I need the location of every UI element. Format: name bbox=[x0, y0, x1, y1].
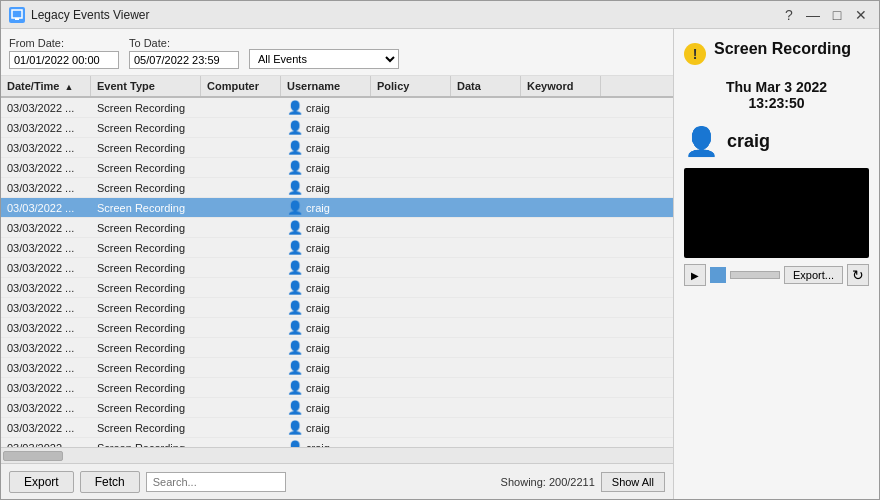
detail-username: craig bbox=[727, 131, 770, 152]
col-header-username[interactable]: Username bbox=[281, 76, 371, 96]
col-header-data[interactable]: Data bbox=[451, 76, 521, 96]
user-icon: 👤 bbox=[287, 280, 303, 295]
cell-eventtype: Screen Recording bbox=[91, 140, 201, 156]
cell-data bbox=[451, 246, 521, 250]
cell-eventtype: Screen Recording bbox=[91, 260, 201, 276]
table-row[interactable]: 03/03/2022 ... Screen Recording 👤 craig bbox=[1, 138, 673, 158]
col-header-eventtype[interactable]: Event Type bbox=[91, 76, 201, 96]
cell-data bbox=[451, 386, 521, 390]
from-date-input[interactable] bbox=[9, 51, 119, 69]
close-button[interactable]: ✕ bbox=[851, 5, 871, 25]
cell-computer bbox=[201, 226, 281, 230]
maximize-button[interactable]: □ bbox=[827, 5, 847, 25]
cell-computer bbox=[201, 306, 281, 310]
play-button[interactable]: ▶ bbox=[684, 264, 706, 286]
bottom-bar: Export Fetch Showing: 200/2211 Show All bbox=[1, 463, 673, 499]
table-row[interactable]: 03/03/2022 ... Screen Recording 👤 craig bbox=[1, 278, 673, 298]
to-date-input[interactable] bbox=[129, 51, 239, 69]
cell-datetime: 03/03/2022 ... bbox=[1, 300, 91, 316]
detail-user-row: 👤 craig bbox=[684, 121, 869, 162]
cell-username: 👤 craig bbox=[281, 158, 371, 177]
col-header-computer[interactable]: Computer bbox=[201, 76, 281, 96]
cell-data bbox=[451, 266, 521, 270]
table-body[interactable]: 03/03/2022 ... Screen Recording 👤 craig … bbox=[1, 98, 673, 447]
cell-username: 👤 craig bbox=[281, 278, 371, 297]
table-row[interactable]: 03/03/2022 ... Screen Recording 👤 craig bbox=[1, 418, 673, 438]
table-row[interactable]: 03/03/2022 ... Screen Recording 👤 craig bbox=[1, 438, 673, 447]
cell-policy bbox=[371, 326, 451, 330]
detail-export-button[interactable]: Export... bbox=[784, 266, 843, 284]
user-icon: 👤 bbox=[287, 300, 303, 315]
cell-eventtype: Screen Recording bbox=[91, 420, 201, 436]
show-all-button[interactable]: Show All bbox=[601, 472, 665, 492]
cell-keyword bbox=[521, 206, 601, 210]
cell-data bbox=[451, 126, 521, 130]
user-icon: 👤 bbox=[287, 140, 303, 155]
fetch-button[interactable]: Fetch bbox=[80, 471, 140, 493]
cell-eventtype: Screen Recording bbox=[91, 320, 201, 336]
minimize-button[interactable]: — bbox=[803, 5, 823, 25]
table-row[interactable]: 03/03/2022 ... Screen Recording 👤 craig bbox=[1, 98, 673, 118]
event-type-select[interactable]: All Events Screen Recording bbox=[249, 49, 399, 69]
cell-computer bbox=[201, 146, 281, 150]
table-header: Date/Time ▲ Event Type Computer Username… bbox=[1, 76, 673, 98]
table-row[interactable]: 03/03/2022 ... Screen Recording 👤 craig bbox=[1, 378, 673, 398]
cell-computer bbox=[201, 326, 281, 330]
cell-data bbox=[451, 206, 521, 210]
col-header-keyword[interactable]: Keyword bbox=[521, 76, 601, 96]
cell-computer bbox=[201, 406, 281, 410]
cell-computer bbox=[201, 106, 281, 110]
cell-data bbox=[451, 146, 521, 150]
table-row[interactable]: 03/03/2022 ... Screen Recording 👤 craig bbox=[1, 158, 673, 178]
table-row[interactable]: 03/03/2022 ... Screen Recording 👤 craig bbox=[1, 298, 673, 318]
progress-bar[interactable] bbox=[730, 271, 780, 279]
cell-policy bbox=[371, 206, 451, 210]
cell-policy bbox=[371, 106, 451, 110]
table-row[interactable]: 03/03/2022 ... Screen Recording 👤 craig bbox=[1, 398, 673, 418]
cell-computer bbox=[201, 166, 281, 170]
cell-eventtype: Screen Recording bbox=[91, 240, 201, 256]
table-row[interactable]: 03/03/2022 ... Screen Recording 👤 craig bbox=[1, 318, 673, 338]
cell-policy bbox=[371, 186, 451, 190]
horizontal-scroll[interactable] bbox=[1, 447, 673, 463]
table-row[interactable]: 03/03/2022 ... Screen Recording 👤 craig bbox=[1, 178, 673, 198]
table-row[interactable]: 03/03/2022 ... Screen Recording 👤 craig bbox=[1, 198, 673, 218]
cell-eventtype: Screen Recording bbox=[91, 400, 201, 416]
cell-datetime: 03/03/2022 ... bbox=[1, 160, 91, 176]
cell-data bbox=[451, 286, 521, 290]
table-row[interactable]: 03/03/2022 ... Screen Recording 👤 craig bbox=[1, 338, 673, 358]
cell-datetime: 03/03/2022 ... bbox=[1, 400, 91, 416]
h-scroll-thumb[interactable] bbox=[3, 451, 63, 461]
cell-datetime: 03/03/2022 ... bbox=[1, 320, 91, 336]
refresh-button[interactable]: ↻ bbox=[847, 264, 869, 286]
warning-icon: ! bbox=[684, 43, 706, 65]
app-icon bbox=[9, 7, 25, 23]
col-header-policy[interactable]: Policy bbox=[371, 76, 451, 96]
cell-data bbox=[451, 326, 521, 330]
cell-datetime: 03/03/2022 ... bbox=[1, 360, 91, 376]
export-button[interactable]: Export bbox=[9, 471, 74, 493]
cell-keyword bbox=[521, 326, 601, 330]
table-row[interactable]: 03/03/2022 ... Screen Recording 👤 craig bbox=[1, 358, 673, 378]
cell-datetime: 03/03/2022 ... bbox=[1, 100, 91, 116]
status-text: Showing: 200/2211 bbox=[501, 476, 595, 488]
cell-username: 👤 craig bbox=[281, 358, 371, 377]
cell-policy bbox=[371, 226, 451, 230]
cell-keyword bbox=[521, 226, 601, 230]
cell-username: 👤 craig bbox=[281, 378, 371, 397]
table-row[interactable]: 03/03/2022 ... Screen Recording 👤 craig bbox=[1, 118, 673, 138]
stop-button[interactable] bbox=[710, 267, 726, 283]
search-input[interactable] bbox=[146, 472, 286, 492]
table-row[interactable]: 03/03/2022 ... Screen Recording 👤 craig bbox=[1, 258, 673, 278]
cell-policy bbox=[371, 166, 451, 170]
table-row[interactable]: 03/03/2022 ... Screen Recording 👤 craig bbox=[1, 238, 673, 258]
cell-eventtype: Screen Recording bbox=[91, 120, 201, 136]
user-icon: 👤 bbox=[287, 440, 303, 447]
to-date-label: To Date: bbox=[129, 37, 239, 49]
table-row[interactable]: 03/03/2022 ... Screen Recording 👤 craig bbox=[1, 218, 673, 238]
cell-keyword bbox=[521, 366, 601, 370]
help-button[interactable]: ? bbox=[779, 5, 799, 25]
col-header-datetime[interactable]: Date/Time ▲ bbox=[1, 76, 91, 96]
user-icon: 👤 bbox=[287, 120, 303, 135]
cell-datetime: 03/03/2022 ... bbox=[1, 140, 91, 156]
